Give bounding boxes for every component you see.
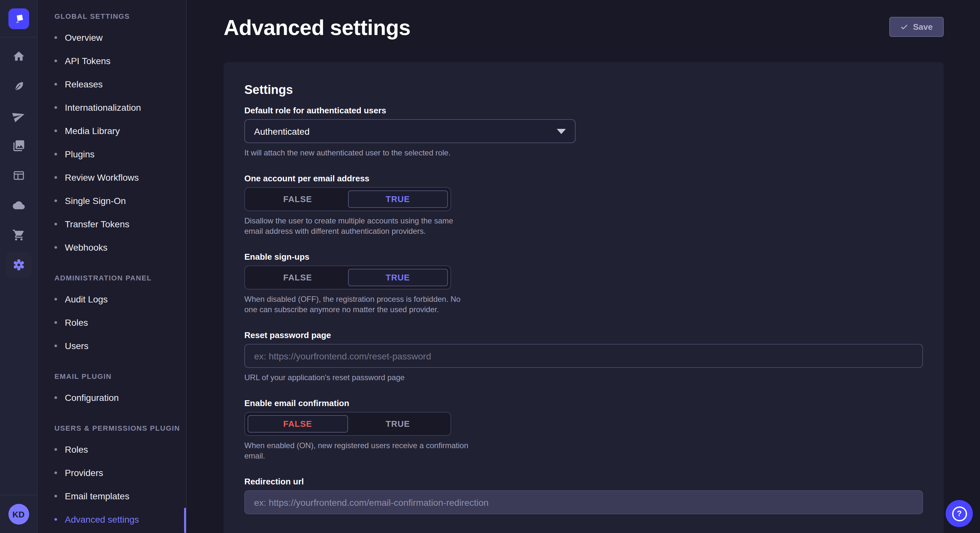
subnav-item-label: Transfer Tokens [65, 219, 129, 229]
toggle-option-false[interactable]: FALSE [248, 415, 348, 433]
subnav-item-label: Roles [65, 317, 88, 328]
media-library-icon[interactable] [5, 133, 32, 159]
paper-plane-icon[interactable] [5, 103, 32, 129]
subnav-item-label: Email templates [65, 491, 129, 501]
strapi-logo[interactable] [8, 8, 29, 29]
subnav-item-plugins[interactable]: Plugins [38, 143, 186, 166]
field-label: One account per email address [244, 174, 923, 184]
sign-ups-toggle: FALSE TRUE [244, 265, 451, 289]
subnav-item-email-templates[interactable]: Email templates [38, 484, 186, 508]
settings-card: Settings Default role for authenticated … [224, 62, 944, 533]
subnav-item-admin-roles[interactable]: Roles [38, 311, 186, 334]
bullet-icon [54, 176, 57, 179]
default-role-select[interactable]: Authenticated [244, 119, 576, 143]
bullet-icon [54, 83, 57, 86]
toggle-option-true[interactable]: TRUE [348, 190, 448, 208]
settings-section-title: Settings [244, 83, 923, 97]
field-label: Redirection url [244, 477, 923, 487]
bullet-icon [54, 344, 57, 347]
marketplace-cart-icon[interactable] [5, 222, 32, 248]
select-value: Authenticated [254, 126, 310, 136]
subnav-section-title: GLOBAL SETTINGS [38, 12, 186, 21]
save-button-label: Save [913, 22, 933, 32]
toggle-option-false[interactable]: FALSE [248, 269, 348, 286]
subnav-item-label: Advanced settings [65, 514, 139, 525]
subnav-item-internationalization[interactable]: Internationalization [38, 96, 186, 119]
subnav-item-label: Internationalization [65, 102, 141, 113]
subnav-item-single-sign-on[interactable]: Single Sign-On [38, 189, 186, 213]
bullet-icon [54, 495, 57, 497]
check-icon [900, 23, 908, 31]
subnav-item-api-tokens[interactable]: API Tokens [38, 49, 186, 73]
subnav-item-label: Media Library [65, 125, 120, 136]
subnav-item-label: Webhooks [65, 242, 108, 252]
bullet-icon [54, 471, 57, 474]
field-redirection-url: Redirection url [244, 477, 923, 514]
redirection-url-input[interactable] [244, 490, 923, 514]
reset-password-input[interactable] [244, 344, 923, 368]
field-hint: Disallow the user to create multiple acc… [244, 216, 473, 236]
question-mark-icon: ? [952, 506, 967, 521]
field-default-role: Default role for authenticated users Aut… [244, 106, 923, 158]
bullet-icon [54, 200, 57, 202]
field-label: Default role for authenticated users [244, 106, 923, 116]
subnav-item-label: Providers [65, 468, 103, 478]
bullet-icon [54, 60, 57, 62]
subnav-item-media-library[interactable]: Media Library [38, 119, 186, 143]
field-one-account-per-email: One account per email address FALSE TRUE… [244, 174, 923, 236]
bullet-icon [54, 153, 57, 155]
user-avatar[interactable]: KD [8, 504, 29, 525]
subnav-item-label: API Tokens [65, 56, 110, 66]
subnav-item-label: Plugins [65, 149, 95, 159]
subnav-item-email-configuration[interactable]: Configuration [38, 386, 186, 409]
field-hint: It will attach the new authenticated use… [244, 148, 923, 158]
subnav-item-overview[interactable]: Overview [38, 26, 186, 49]
subnav-item-advanced-settings[interactable]: Advanced settings [38, 508, 186, 531]
subnav-item-providers[interactable]: Providers [38, 461, 186, 484]
subnav-item-releases[interactable]: Releases [38, 73, 186, 96]
toggle-option-true[interactable]: TRUE [348, 269, 448, 286]
toggle-option-true[interactable]: TRUE [348, 415, 448, 433]
subnav-item-up-roles[interactable]: Roles [38, 438, 186, 461]
feather-icon[interactable] [5, 73, 32, 99]
bullet-icon [54, 397, 57, 399]
field-label: Enable email confirmation [244, 398, 923, 409]
bullet-icon [54, 130, 57, 132]
bullet-icon [54, 106, 57, 109]
field-hint: URL of your application's reset password… [244, 373, 923, 383]
subnav-item-label: Releases [65, 79, 103, 89]
subnav-item-review-workflows[interactable]: Review Workflows [38, 166, 186, 189]
field-hint: When enabled (ON), new registered users … [244, 440, 473, 461]
settings-gear-icon[interactable] [5, 252, 32, 278]
home-icon[interactable] [5, 43, 32, 69]
subnav-item-admin-users[interactable]: Users [38, 334, 186, 357]
subnav-section-title: ADMINISTRATION PANEL [38, 273, 186, 282]
divider [0, 495, 37, 495]
main-content: Advanced settings Save Settings Default … [187, 0, 980, 533]
field-enable-sign-ups: Enable sign-ups FALSE TRUE When disabled… [244, 252, 923, 315]
field-hint: When disabled (OFF), the registration pr… [244, 294, 473, 315]
subnav-item-transfer-tokens[interactable]: Transfer Tokens [38, 213, 186, 236]
help-button[interactable]: ? [946, 500, 973, 527]
email-confirmation-toggle: FALSE TRUE [244, 412, 451, 436]
field-reset-password-page: Reset password page URL of your applicat… [244, 330, 923, 383]
save-button[interactable]: Save [889, 17, 944, 37]
bullet-icon [54, 321, 57, 324]
active-item-indicator [184, 508, 186, 533]
rail-bottom: KD [0, 495, 37, 533]
cloud-icon[interactable] [5, 192, 32, 218]
one-account-toggle: FALSE TRUE [244, 187, 451, 211]
subnav-item-label: Audit Logs [65, 294, 108, 305]
page-title: Advanced settings [224, 17, 410, 39]
subnav-item-label: Configuration [65, 392, 119, 403]
strapi-logo-icon [11, 12, 25, 26]
chevron-down-icon [557, 128, 566, 134]
subnav-item-label: Review Workflows [65, 172, 139, 182]
rail-icon-list [0, 38, 37, 278]
nav-rail: KD [0, 0, 38, 533]
content-manager-icon[interactable] [5, 163, 32, 189]
subnav-section-title: EMAIL PLUGIN [38, 372, 186, 381]
subnav-item-audit-logs[interactable]: Audit Logs [38, 287, 186, 311]
toggle-option-false[interactable]: FALSE [248, 190, 348, 208]
subnav-item-webhooks[interactable]: Webhooks [38, 236, 186, 259]
